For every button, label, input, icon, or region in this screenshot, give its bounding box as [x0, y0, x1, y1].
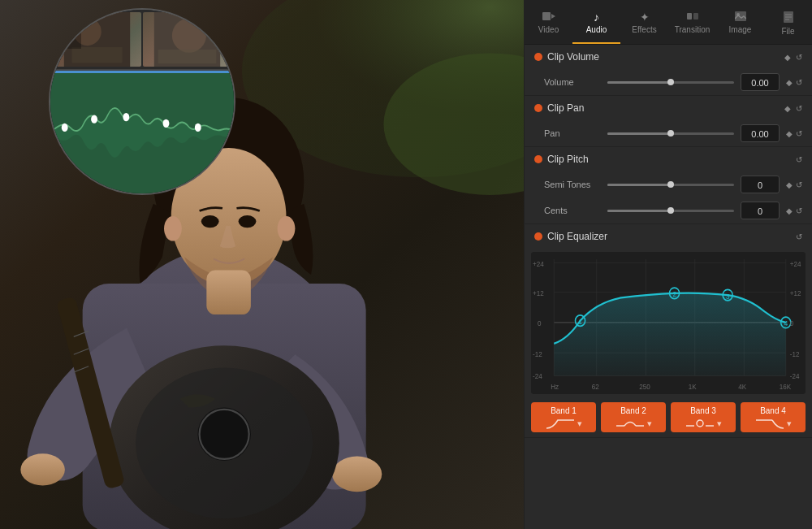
pan-reset-icon[interactable]: ↺: [796, 129, 802, 138]
clip-pan-section: Clip Pan ◆ ↺ Pan 0.00: [525, 96, 812, 147]
semitones-slider[interactable]: [607, 184, 734, 186]
svg-text:-12: -12: [533, 349, 542, 358]
svg-rect-38: [693, 13, 698, 20]
clip-pitch-header: Clip Pitch ↺: [525, 147, 812, 171]
semitones-slider-track: [607, 184, 734, 186]
clip-pan-keyframe-icon[interactable]: ◆: [784, 104, 791, 113]
band-2-dropdown-icon: ▾: [647, 418, 652, 429]
tab-video[interactable]: Video: [525, 7, 572, 44]
svg-text:250: 250: [639, 383, 650, 392]
clip-equalizer-header: Clip Equalizer ↺: [525, 224, 812, 249]
cents-slider-fill: [607, 210, 671, 212]
svg-point-31: [123, 113, 129, 121]
svg-rect-37: [687, 13, 692, 20]
band-1-label: Band 1: [551, 406, 577, 415]
inspector-content: Clip Volume ◆ ↺ Volume 0.00: [525, 45, 812, 529]
volume-param-row: Volume 0.00 ◆ ↺: [525, 69, 812, 95]
volume-keyframe-add-icon[interactable]: ◆: [786, 78, 793, 87]
pan-slider[interactable]: [607, 132, 734, 135]
clip-pitch-title: Clip Pitch: [547, 154, 791, 165]
video-area: ▲ ⊡ ‹ › ⏮ ◀ ■: [0, 0, 524, 529]
svg-text:-12: -12: [790, 349, 800, 358]
semitones-reset-icon[interactable]: ↺: [796, 180, 802, 189]
svg-text:-24: -24: [790, 371, 800, 380]
band-4-button[interactable]: Band 4 ▾: [741, 402, 806, 432]
cents-slider-thumb[interactable]: [667, 207, 674, 214]
clip-pitch-dot[interactable]: [534, 155, 542, 163]
clip-volume-reset-icon[interactable]: ↺: [796, 53, 802, 62]
cents-reset-icon[interactable]: ↺: [796, 206, 802, 215]
svg-text:16K: 16K: [780, 383, 792, 392]
volume-slider-track: [607, 81, 734, 84]
tab-transition[interactable]: Transition: [668, 7, 716, 44]
clip-equalizer-title: Clip Equalizer: [547, 231, 791, 242]
eq-graph[interactable]: 1 2 3 4 +24 +12 0 -12: [531, 252, 806, 394]
clip-pitch-section: Clip Pitch ↺ Semi Tones 0 ◆: [525, 147, 812, 224]
clip-pan-header: Clip Pan ◆ ↺: [525, 96, 812, 120]
semitones-slider-fill: [607, 184, 671, 186]
clip-pan-reset-icon[interactable]: ↺: [796, 104, 802, 113]
volume-value[interactable]: 0.00: [741, 73, 780, 91]
clip-volume-dot[interactable]: [534, 53, 542, 61]
svg-text:2: 2: [673, 290, 677, 299]
clip-equalizer-dot[interactable]: [534, 232, 542, 241]
svg-point-32: [163, 119, 170, 128]
volume-slider-thumb[interactable]: [667, 79, 674, 85]
cents-end-controls: ◆ ↺: [786, 206, 802, 215]
svg-point-30: [91, 115, 97, 123]
band-1-button[interactable]: Band 1 ▾: [531, 402, 596, 432]
audio-tab-icon: ♪: [594, 11, 599, 23]
clip-volume-keyframe-icon[interactable]: ◆: [784, 53, 791, 62]
pan-value[interactable]: 0.00: [741, 124, 780, 142]
band-3-shape: ▾: [674, 417, 732, 430]
svg-point-81: [697, 420, 703, 427]
tab-audio[interactable]: ♪ Audio: [572, 7, 620, 44]
tab-file[interactable]: File: [764, 7, 812, 44]
svg-text:4: 4: [784, 319, 788, 328]
pan-keyframe-add-icon[interactable]: ◆: [786, 129, 793, 138]
tab-image[interactable]: Image: [716, 7, 764, 44]
svg-text:▲: ▲: [198, 172, 209, 189]
cents-value[interactable]: 0: [741, 202, 780, 219]
cents-param-row: Cents 0 ◆ ↺: [525, 197, 812, 223]
tab-effects[interactable]: ✦ Effects: [620, 7, 668, 44]
tab-image-label: Image: [729, 25, 752, 34]
volume-label: Volume: [544, 77, 601, 87]
svg-text:+24: +24: [790, 260, 801, 269]
svg-text:4K: 4K: [738, 383, 746, 392]
band-2-label: Band 2: [620, 406, 646, 415]
volume-slider[interactable]: [607, 81, 734, 84]
svg-point-18: [239, 215, 257, 228]
pan-label: Pan: [544, 128, 601, 138]
cents-slider[interactable]: [607, 210, 734, 212]
svg-point-23: [73, 18, 101, 46]
band-3-button[interactable]: Band 3 ▾: [671, 402, 736, 432]
cents-keyframe-icon[interactable]: ◆: [786, 206, 793, 215]
band-2-button[interactable]: Band 2 ▾: [601, 402, 666, 432]
svg-marker-36: [551, 14, 555, 19]
svg-point-17: [201, 215, 219, 228]
svg-rect-24: [71, 47, 122, 63]
inspector-panel: Video ♪ Audio ✦ Effects Transition Ima: [524, 0, 812, 529]
tab-transition-label: Transition: [675, 25, 710, 34]
clip-pan-dot[interactable]: [534, 104, 542, 112]
semitones-param-row: Semi Tones 0 ◆ ↺: [525, 171, 812, 197]
clip-volume-controls: ◆ ↺: [784, 53, 802, 62]
semitones-value[interactable]: 0: [741, 176, 780, 193]
svg-text:Hz: Hz: [551, 383, 559, 392]
tab-video-label: Video: [538, 25, 559, 34]
clip-pitch-controls: ↺: [796, 155, 802, 164]
clip-volume-header: Clip Volume ◆ ↺: [525, 45, 812, 69]
clip-equalizer-reset-icon[interactable]: ↺: [796, 232, 802, 241]
clip-pitch-reset-icon[interactable]: ↺: [796, 155, 802, 164]
svg-rect-35: [542, 12, 551, 20]
tab-file-label: File: [781, 27, 794, 36]
pan-slider-fill: [607, 132, 671, 135]
svg-rect-27: [158, 50, 217, 63]
pan-slider-thumb[interactable]: [667, 130, 674, 137]
clip-equalizer-controls: ↺: [796, 232, 802, 241]
semitones-keyframe-icon[interactable]: ◆: [786, 180, 793, 189]
semitones-slider-thumb[interactable]: [667, 181, 674, 188]
volume-reset-icon[interactable]: ↺: [796, 78, 802, 87]
band-4-shape: ▾: [744, 417, 802, 430]
